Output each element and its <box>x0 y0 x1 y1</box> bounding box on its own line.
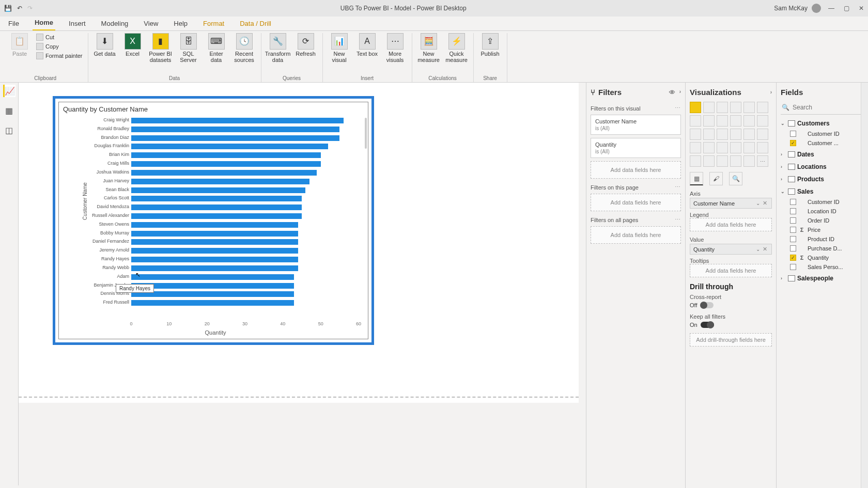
legend-drop[interactable]: Add data fields here <box>690 218 772 231</box>
pbi-datasets-button[interactable]: ▮Power BI datasets <box>148 33 173 63</box>
field-item[interactable]: Customer ID <box>781 197 864 207</box>
bar-row[interactable]: Brian Kim <box>131 152 359 159</box>
bar-row[interactable]: Craig Mills <box>131 161 359 168</box>
cut-button[interactable]: Cut <box>35 33 84 41</box>
tab-help[interactable]: Help <box>172 17 190 30</box>
viz-type-icon[interactable] <box>690 129 701 140</box>
viz-type-icon[interactable] <box>703 102 715 113</box>
bar-row[interactable]: Bobby Murray <box>131 231 359 238</box>
bar-row[interactable]: Russell Alexander <box>131 213 359 220</box>
viz-type-icon[interactable] <box>690 142 701 153</box>
bar-row[interactable]: Jeremy Arnold <box>131 248 359 255</box>
more-icon[interactable]: ⋯ <box>675 216 681 223</box>
collapse-filters-icon[interactable]: › <box>679 89 681 96</box>
bar-row[interactable]: Joshua Watkins <box>131 170 359 177</box>
viz-type-icon[interactable] <box>743 129 755 140</box>
field-checkbox[interactable] <box>790 208 796 214</box>
remove-field-icon[interactable]: ✕ <box>762 200 768 206</box>
field-item[interactable]: Product ID <box>781 234 864 244</box>
bar-row[interactable]: Carlos Scott <box>131 196 359 202</box>
field-item[interactable]: Customer ID <box>781 129 864 138</box>
viz-type-icon[interactable]: ⋯ <box>757 155 768 167</box>
bar-row[interactable]: Sean Black <box>131 187 359 194</box>
field-checkbox[interactable]: ✓ <box>790 255 796 261</box>
field-item[interactable]: Order ID <box>781 216 864 225</box>
publish-button[interactable]: ⇪Publish <box>478 33 503 57</box>
chevron-down-icon[interactable]: ⌄ <box>756 200 760 206</box>
save-icon[interactable]: 💾 <box>4 5 12 12</box>
field-item[interactable]: Location ID <box>781 207 864 216</box>
tab-insert[interactable]: Insert <box>67 17 88 30</box>
redo-icon[interactable]: ↷ <box>27 5 33 12</box>
more-visuals-button[interactable]: ⋯More visuals <box>383 33 408 63</box>
copy-button[interactable]: Copy <box>35 42 84 51</box>
bar-row[interactable]: Adam <box>131 274 359 281</box>
viz-type-icon[interactable] <box>730 102 741 113</box>
analytics-tab-icon[interactable]: 🔍 <box>729 172 742 185</box>
table-header[interactable]: ⌄Sales <box>781 186 864 197</box>
fields-search[interactable]: 🔍 <box>781 102 864 115</box>
undo-icon[interactable]: ↶ <box>17 5 22 12</box>
viz-type-icon[interactable] <box>743 155 755 167</box>
field-checkbox[interactable] <box>790 131 796 137</box>
field-checkbox[interactable] <box>790 236 796 242</box>
bar-row[interactable]: Randy Hayes <box>131 257 359 263</box>
filter-card[interactable]: Quantity is (All) <box>591 138 681 158</box>
viz-type-icon[interactable] <box>703 142 715 153</box>
tab-home[interactable]: Home <box>33 15 55 30</box>
viz-type-icon[interactable] <box>703 155 715 167</box>
close-icon[interactable]: ✕ <box>859 5 864 12</box>
text-box-button[interactable]: AText box <box>355 33 380 57</box>
minimize-icon[interactable]: — <box>828 5 834 12</box>
chart-scrollbar[interactable] <box>365 118 367 149</box>
bar-row[interactable]: David Mendoza <box>131 204 359 211</box>
collapse-viz-icon[interactable]: › <box>770 89 772 95</box>
viz-type-icon[interactable] <box>757 142 768 153</box>
eye-icon[interactable]: 👁 <box>669 89 675 96</box>
maximize-icon[interactable]: ▢ <box>844 5 849 12</box>
report-canvas[interactable]: Quantity by Customer Name Customer Name … <box>19 83 579 403</box>
viz-type-icon[interactable] <box>703 129 715 140</box>
avatar[interactable] <box>812 4 821 13</box>
search-input[interactable] <box>793 104 868 111</box>
field-checkbox[interactable] <box>790 227 796 233</box>
format-painter-button[interactable]: Format painter <box>35 52 84 60</box>
filter-card[interactable]: Customer Name is (All) <box>591 115 681 135</box>
bar-row[interactable]: Benjamin Jacobs <box>131 283 359 290</box>
recent-sources-button[interactable]: 🕓Recent sources <box>232 33 257 63</box>
bar-chart-visual[interactable]: Quantity by Customer Name Customer Name … <box>53 96 374 345</box>
enter-data-button[interactable]: ⌨Enter data <box>204 33 229 63</box>
tab-view[interactable]: View <box>142 17 160 30</box>
viz-type-icon[interactable] <box>703 115 715 127</box>
viz-type-icon[interactable] <box>690 102 701 113</box>
sql-server-button[interactable]: 🗄SQL Server <box>176 33 201 63</box>
viz-type-icon[interactable] <box>690 115 701 127</box>
add-filter-drop[interactable]: Add data fields here <box>591 161 681 179</box>
format-tab-icon[interactable]: 🖌 <box>709 172 723 185</box>
viz-type-icon[interactable] <box>717 155 728 167</box>
quick-measure-button[interactable]: ⚡Quick measure <box>444 33 469 63</box>
bar-row[interactable]: Steven Owens <box>131 222 359 229</box>
axis-field-pill[interactable]: Customer Name ⌄ ✕ <box>690 198 772 209</box>
vertical-scrollbar[interactable] <box>861 83 868 488</box>
viz-type-icon[interactable] <box>757 129 768 140</box>
viz-type-icon[interactable] <box>743 115 755 127</box>
field-item[interactable]: ✓Customer ... <box>781 138 864 148</box>
bar-row[interactable]: Randy Webb <box>131 265 359 272</box>
bar-row[interactable]: Fred Russell <box>131 300 359 307</box>
field-item[interactable]: ✓ΣQuantity <box>781 253 864 262</box>
viz-type-icon[interactable] <box>730 129 741 140</box>
add-filter-drop[interactable]: Add data fields here <box>591 194 681 211</box>
bar-row[interactable]: Daniel Fernandez <box>131 239 359 246</box>
tab-modeling[interactable]: Modeling <box>99 17 131 30</box>
field-checkbox[interactable] <box>790 199 796 205</box>
add-filter-drop[interactable]: Add data fields here <box>591 226 681 244</box>
field-item[interactable]: Purchase D... <box>781 244 864 253</box>
bar-row[interactable]: Juan Harvey <box>131 179 359 185</box>
viz-type-icon[interactable] <box>743 102 755 113</box>
bar-row[interactable]: Ronald Bradley <box>131 127 359 133</box>
new-measure-button[interactable]: 🧮New measure <box>416 33 441 63</box>
table-header[interactable]: ›Locations <box>781 161 864 172</box>
keep-filters-toggle[interactable] <box>701 322 714 328</box>
drill-through-drop[interactable]: Add drill-through fields here <box>690 333 772 347</box>
